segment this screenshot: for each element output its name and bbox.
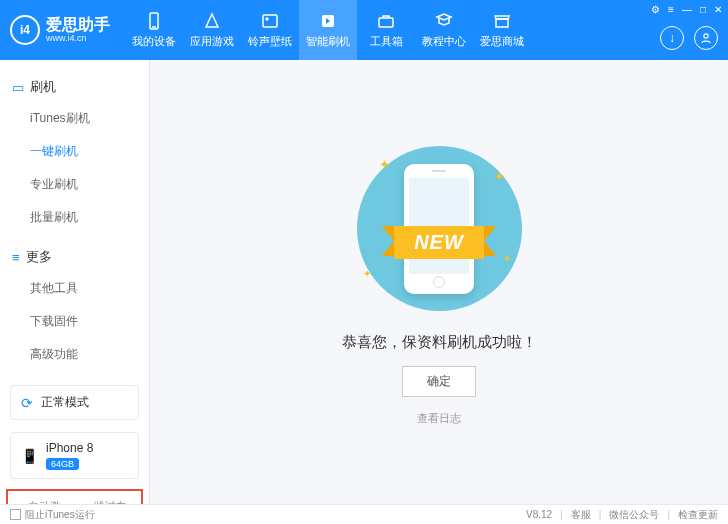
download-button[interactable]: ↓ [660, 26, 684, 50]
nav-tutorials[interactable]: 教程中心 [415, 0, 473, 60]
store-icon [492, 11, 512, 31]
device-icon [144, 11, 164, 31]
footer-link-support[interactable]: 客服 [571, 508, 591, 522]
nav-store[interactable]: 爱思商城 [473, 0, 531, 60]
app-header: i4 爱思助手 www.i4.cn 我的设备 应用游戏 铃声壁纸 智能刷机 工具… [0, 0, 728, 60]
sidebar-section-flash[interactable]: ▭刷机 [12, 72, 137, 102]
nav-apps-games[interactable]: 应用游戏 [183, 0, 241, 60]
refresh-icon: ⟳ [21, 395, 33, 411]
nav-toolbox[interactable]: 工具箱 [357, 0, 415, 60]
sidebar-item-pro-flash[interactable]: 专业刷机 [12, 168, 137, 201]
device-box[interactable]: 📱 iPhone 8 64GB [10, 432, 139, 479]
svg-point-6 [704, 34, 708, 38]
ok-button[interactable]: 确定 [402, 366, 476, 397]
footer-link-update[interactable]: 检查更新 [678, 508, 718, 522]
block-itunes-checkbox[interactable]: 阻止iTunes运行 [10, 508, 95, 522]
phone-icon: ▭ [12, 80, 24, 95]
sidebar-section-more[interactable]: ≡更多 [12, 242, 137, 272]
nav-smart-flash[interactable]: 智能刷机 [299, 0, 357, 60]
sidebar: ▭刷机 iTunes刷机 一键刷机 专业刷机 批量刷机 ≡更多 其他工具 下载固… [0, 60, 150, 504]
nav-ringtone-wallpaper[interactable]: 铃声壁纸 [241, 0, 299, 60]
logo-area: i4 爱思助手 www.i4.cn [10, 15, 110, 45]
menu-icon[interactable]: ≡ [668, 4, 674, 15]
toolbox-icon [376, 11, 396, 31]
settings-icon[interactable]: ⚙ [651, 4, 660, 15]
footer-link-wechat[interactable]: 微信公众号 [609, 508, 659, 522]
nav-my-device[interactable]: 我的设备 [125, 0, 183, 60]
svg-rect-5 [379, 18, 393, 27]
flash-icon [318, 11, 338, 31]
maximize-icon[interactable]: □ [700, 4, 706, 15]
apps-icon [202, 11, 222, 31]
logo-icon: i4 [10, 15, 40, 45]
list-icon: ≡ [12, 250, 20, 265]
sidebar-item-advanced[interactable]: 高级功能 [12, 338, 137, 371]
close-icon[interactable]: ✕ [714, 4, 722, 15]
header-right-actions: ↓ [660, 26, 718, 50]
tutorial-icon [434, 11, 454, 31]
phone-small-icon: 📱 [21, 448, 38, 464]
minimize-icon[interactable]: — [682, 4, 692, 15]
sidebar-item-download-firmware[interactable]: 下载固件 [12, 305, 137, 338]
status-bar: 阻止iTunes运行 V8.12 | 客服 | 微信公众号 | 检查更新 [0, 504, 728, 524]
sidebar-item-itunes-flash[interactable]: iTunes刷机 [12, 102, 137, 135]
storage-badge: 64GB [46, 458, 79, 470]
user-button[interactable] [694, 26, 718, 50]
mode-label: 正常模式 [41, 394, 89, 411]
new-ribbon: NEW [394, 226, 484, 259]
top-nav: 我的设备 应用游戏 铃声壁纸 智能刷机 工具箱 教程中心 爱思商城 [125, 0, 531, 60]
mode-box[interactable]: ⟳ 正常模式 [10, 385, 139, 420]
svg-rect-2 [263, 15, 277, 27]
view-log-link[interactable]: 查看日志 [417, 411, 461, 426]
version-label: V8.12 [526, 509, 552, 520]
success-illustration: ✦ ✦ ✦ ✦ NEW [349, 139, 529, 319]
success-message: 恭喜您，保资料刷机成功啦！ [342, 333, 537, 352]
device-name: iPhone 8 [46, 441, 93, 455]
sidebar-item-batch-flash[interactable]: 批量刷机 [12, 201, 137, 234]
wallpaper-icon [260, 11, 280, 31]
main-content: ✦ ✦ ✦ ✦ NEW 恭喜您，保资料刷机成功啦！ 确定 查看日志 [150, 60, 728, 504]
brand-url: www.i4.cn [46, 34, 110, 44]
window-controls: ⚙ ≡ — □ ✕ [651, 4, 722, 15]
sidebar-item-oneclick-flash[interactable]: 一键刷机 [12, 135, 137, 168]
sidebar-item-other-tools[interactable]: 其他工具 [12, 272, 137, 305]
svg-point-3 [266, 18, 268, 20]
brand-name: 爱思助手 [46, 16, 110, 34]
